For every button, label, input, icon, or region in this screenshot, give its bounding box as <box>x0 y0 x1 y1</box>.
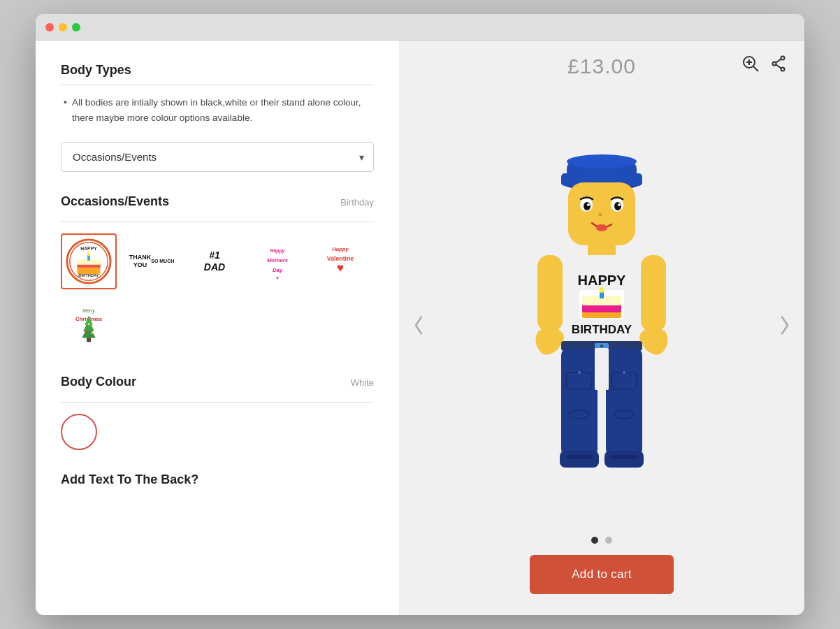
svg-rect-58 <box>537 255 563 332</box>
svg-text:Mothers: Mothers <box>267 257 289 263</box>
svg-text:BIRTHDAY: BIRTHDAY <box>78 274 99 278</box>
occasions-header: Occasions/Events Birthday <box>61 194 374 216</box>
icon-happy-birthday[interactable]: HAPPY BIRTHDAY <box>61 233 117 289</box>
svg-line-33 <box>776 64 781 68</box>
svg-rect-67 <box>595 348 609 390</box>
traffic-lights <box>45 23 80 31</box>
divider-2 <box>61 222 374 222</box>
svg-text:Day: Day <box>273 267 283 273</box>
divider-3 <box>61 402 374 403</box>
icon-thank-you[interactable]: THANKYOUSO MUCH <box>124 233 180 289</box>
zoom-button[interactable] <box>741 55 760 73</box>
svg-text:Merry: Merry <box>82 309 95 314</box>
right-panel: £13.00 <box>399 41 804 615</box>
svg-point-45 <box>618 203 621 206</box>
app-window: Body Types All bodies are intially shown… <box>36 14 804 615</box>
svg-point-31 <box>781 68 785 71</box>
svg-rect-77 <box>611 455 637 459</box>
dot-2[interactable] <box>605 537 612 544</box>
svg-rect-21 <box>87 338 91 342</box>
prev-arrow-button[interactable] <box>406 309 431 347</box>
dot-1[interactable] <box>591 537 598 544</box>
body-colour-selected: White <box>351 377 374 388</box>
svg-line-32 <box>776 59 781 63</box>
svg-text:Happy: Happy <box>270 249 286 254</box>
price-display: £13.00 <box>567 55 636 78</box>
svg-line-26 <box>753 66 758 71</box>
svg-text:HAPPY: HAPPY <box>80 247 97 252</box>
carousel-dots <box>591 537 612 544</box>
svg-point-29 <box>781 57 785 60</box>
svg-text:♥: ♥ <box>276 275 279 280</box>
svg-point-71 <box>623 371 625 374</box>
svg-point-22 <box>88 324 90 326</box>
body-colour-header: Body Colour White <box>61 375 374 396</box>
divider-1 <box>61 85 374 85</box>
icon-merry-christmas[interactable]: Merry Christmas <box>61 296 117 352</box>
dropdown-wrapper[interactable]: Occasions/Events Sports Professions Anim… <box>61 142 374 172</box>
icon-number-one-dad[interactable]: #1DAD <box>187 233 242 289</box>
svg-point-46 <box>596 224 607 231</box>
icon-mothers-day[interactable]: Happy Mothers Day ♥ <box>249 233 305 289</box>
top-icons <box>741 55 788 73</box>
svg-point-47 <box>599 213 602 217</box>
add-to-cart-button[interactable]: Add to cart <box>530 555 674 594</box>
svg-rect-66 <box>606 348 642 456</box>
svg-point-23 <box>85 330 87 332</box>
svg-point-44 <box>587 203 590 206</box>
next-arrow-button[interactable] <box>772 309 797 347</box>
svg-text:BIRTHDAY: BIRTHDAY <box>572 323 632 336</box>
lego-figure: HAPPY BIRTHDAY <box>525 96 679 537</box>
svg-point-43 <box>614 202 621 210</box>
share-button[interactable] <box>769 55 788 73</box>
maximize-dot <box>72 23 80 31</box>
body-colour-section: Body Colour White <box>61 375 374 450</box>
minimize-dot <box>59 23 67 31</box>
close-dot <box>45 23 54 31</box>
body-types-description: All bodies are intially shown in black,w… <box>61 95 374 125</box>
body-types-title: Body Types <box>61 63 374 78</box>
svg-point-56 <box>600 287 604 293</box>
body-colour-title: Body Colour <box>61 375 136 389</box>
svg-point-64 <box>600 345 603 347</box>
occasions-title: Occasions/Events <box>61 194 169 209</box>
add-text-title: Add Text To The Back? <box>61 472 374 487</box>
category-dropdown[interactable]: Occasions/Events Sports Professions Anim… <box>61 142 374 172</box>
svg-point-42 <box>584 202 591 210</box>
svg-text:HAPPY: HAPPY <box>578 273 627 288</box>
svg-point-30 <box>773 62 776 66</box>
thank-you-badge: THANKYOUSO MUCH <box>128 238 175 285</box>
icon-valentine[interactable]: Happy Valentine ♥ <box>312 233 368 289</box>
svg-rect-65 <box>561 348 598 456</box>
main-content: Body Types All bodies are intially shown… <box>36 41 804 615</box>
dad-badge: #1DAD <box>191 238 238 285</box>
occasions-selected-label: Birthday <box>340 197 374 208</box>
white-colour-swatch[interactable] <box>61 414 97 450</box>
left-panel: Body Types All bodies are intially shown… <box>36 41 399 615</box>
svg-point-69 <box>578 371 581 374</box>
svg-rect-76 <box>567 455 592 459</box>
svg-rect-60 <box>641 255 666 332</box>
svg-point-6 <box>87 252 90 256</box>
titlebar <box>36 14 804 41</box>
svg-text:Happy: Happy <box>332 247 349 253</box>
svg-point-24 <box>91 332 93 334</box>
svg-text:♥: ♥ <box>337 261 344 275</box>
svg-point-38 <box>567 154 637 168</box>
occasions-icons-grid: HAPPY BIRTHDAY THANKYOUSO MUCH #1DAD <box>61 233 374 352</box>
